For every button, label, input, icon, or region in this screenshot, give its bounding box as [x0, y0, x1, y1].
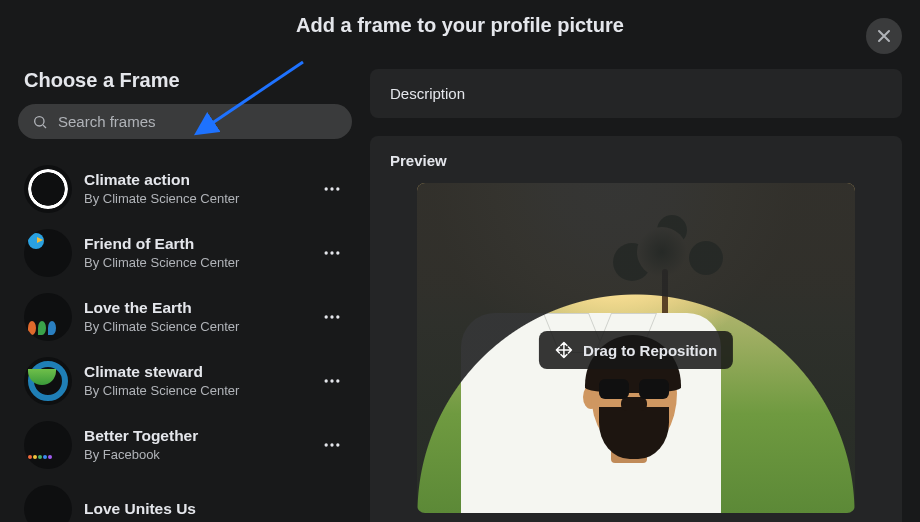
- frame-title: Better Together: [84, 426, 306, 446]
- frame-text: Better Together By Facebook: [84, 426, 306, 463]
- frame-thumb: [24, 421, 72, 469]
- add-frame-modal: Add a frame to your profile picture Choo…: [0, 0, 920, 522]
- frame-thumb: [24, 293, 72, 341]
- description-panel[interactable]: Description: [370, 69, 902, 118]
- frame-text: Climate steward By Climate Science Cente…: [84, 362, 306, 399]
- frame-title: Climate action: [84, 170, 306, 190]
- svg-point-12: [336, 379, 339, 382]
- more-icon: [322, 243, 342, 263]
- frame-title: Climate steward: [84, 362, 306, 382]
- frame-item-love-unites-us[interactable]: Love Unites Us: [18, 477, 352, 522]
- svg-point-9: [336, 315, 339, 318]
- svg-point-7: [325, 315, 328, 318]
- svg-point-2: [330, 187, 333, 190]
- frame-more-button[interactable]: [318, 435, 346, 455]
- search-icon: [32, 114, 48, 130]
- move-icon: [555, 341, 573, 359]
- search-input[interactable]: [58, 113, 338, 130]
- frame-list-panel: Choose a Frame Climate action By Climate…: [18, 51, 370, 522]
- frame-thumb: [24, 357, 72, 405]
- frame-thumb: [24, 229, 72, 277]
- close-button[interactable]: [866, 18, 902, 54]
- frame-subtitle: By Facebook: [84, 447, 306, 464]
- frame-text: Love Unites Us: [84, 499, 346, 519]
- more-icon: [322, 435, 342, 455]
- preview-label: Preview: [390, 152, 882, 169]
- profile-picture-preview[interactable]: Drag to Reposition: [417, 183, 855, 513]
- frame-text: Climate action By Climate Science Center: [84, 170, 306, 207]
- frame-more-button[interactable]: [318, 371, 346, 391]
- preview-panel: Preview: [370, 136, 902, 522]
- svg-point-15: [336, 443, 339, 446]
- frame-thumb: [24, 485, 72, 522]
- svg-point-5: [330, 251, 333, 254]
- svg-point-3: [336, 187, 339, 190]
- choose-frame-title: Choose a Frame: [24, 69, 352, 92]
- svg-point-6: [336, 251, 339, 254]
- more-icon: [322, 371, 342, 391]
- drag-to-reposition[interactable]: Drag to Reposition: [539, 331, 733, 369]
- frame-item-better-together[interactable]: Better Together By Facebook: [18, 413, 352, 477]
- frame-thumb: [24, 165, 72, 213]
- frame-item-friend-of-earth[interactable]: Friend of Earth By Climate Science Cente…: [18, 221, 352, 285]
- svg-point-8: [330, 315, 333, 318]
- frame-list: Climate action By Climate Science Center…: [18, 157, 352, 522]
- frame-subtitle: By Climate Science Center: [84, 319, 306, 336]
- frame-title: Love Unites Us: [84, 499, 346, 519]
- frame-item-climate-action[interactable]: Climate action By Climate Science Center: [18, 157, 352, 221]
- svg-point-11: [330, 379, 333, 382]
- frame-more-button[interactable]: [318, 243, 346, 263]
- frame-subtitle: By Climate Science Center: [84, 191, 306, 208]
- frame-item-climate-steward[interactable]: Climate steward By Climate Science Cente…: [18, 349, 352, 413]
- svg-point-14: [330, 443, 333, 446]
- preview-column: Description Preview: [370, 51, 902, 522]
- svg-point-10: [325, 379, 328, 382]
- svg-point-13: [325, 443, 328, 446]
- svg-point-0: [35, 116, 44, 125]
- search-frames-field[interactable]: [18, 104, 352, 139]
- frame-subtitle: By Climate Science Center: [84, 383, 306, 400]
- frame-title: Love the Earth: [84, 298, 306, 318]
- frame-more-button[interactable]: [318, 179, 346, 199]
- svg-point-1: [325, 187, 328, 190]
- frame-more-button[interactable]: [318, 307, 346, 327]
- svg-point-4: [325, 251, 328, 254]
- frame-text: Love the Earth By Climate Science Center: [84, 298, 306, 335]
- frame-item-love-the-earth[interactable]: Love the Earth By Climate Science Center: [18, 285, 352, 349]
- more-icon: [322, 307, 342, 327]
- close-icon: [874, 26, 894, 46]
- drag-label: Drag to Reposition: [583, 342, 717, 359]
- frame-title: Friend of Earth: [84, 234, 306, 254]
- frame-text: Friend of Earth By Climate Science Cente…: [84, 234, 306, 271]
- more-icon: [322, 179, 342, 199]
- modal-header: Add a frame to your profile picture: [0, 0, 920, 51]
- modal-title: Add a frame to your profile picture: [296, 14, 624, 37]
- description-label: Description: [390, 85, 882, 102]
- frame-subtitle: By Climate Science Center: [84, 255, 306, 272]
